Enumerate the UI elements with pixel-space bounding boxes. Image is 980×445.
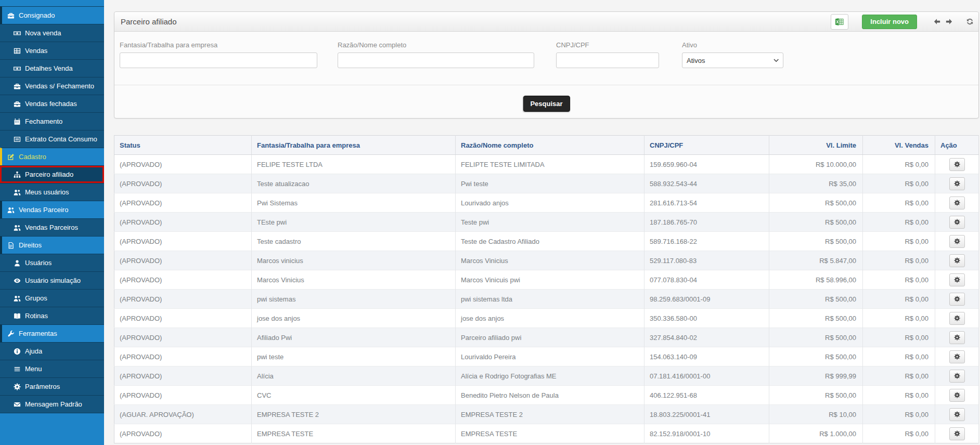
razao-input[interactable] — [338, 53, 534, 68]
cell-vl-limite: R$ 500,00 — [769, 290, 863, 309]
cell-cnpj: 281.616.713-54 — [644, 193, 769, 213]
cell-status: (APROVADO) — [114, 193, 252, 213]
cell-vl-vendas: R$ 0,00 — [863, 367, 935, 386]
sidebar-item-extrato-conta-consumo[interactable]: Extrato Conta Consumo — [0, 130, 104, 148]
cell-fantasia: Marcos vinicius — [252, 251, 456, 270]
cell-status: (APROVADO) — [114, 270, 252, 290]
cell-vl-limite: R$ 5.847,00 — [769, 251, 863, 270]
cell-cnpj: 327.854.840-02 — [644, 328, 769, 347]
gear-icon — [954, 354, 960, 360]
cell-status: (APROVADO) — [114, 347, 252, 367]
cell-cnpj: 187.186.765-70 — [644, 213, 769, 232]
gear-icon — [954, 200, 960, 206]
cell-vl-limite: R$ 500,00 — [769, 328, 863, 347]
cell-vl-vendas: R$ 0,00 — [863, 174, 935, 193]
sidebar-item-meus-usuarios[interactable]: Meus usuários — [0, 183, 104, 201]
sidebar-item-detalhes-venda[interactable]: Detalhes Venda — [0, 59, 104, 77]
row-actions-button[interactable] — [949, 216, 965, 229]
cnpj-input[interactable] — [556, 53, 659, 68]
cell-vl-vendas: R$ 0,00 — [863, 347, 935, 367]
gear-icon — [954, 180, 960, 187]
table-row: (APROVADO) Marcos vinicius Marcos Vinici… — [114, 251, 979, 270]
panel-heading: Parceiro afiliado Incluir novo — [114, 12, 978, 32]
sidebar-item-menu[interactable]: Menu — [0, 360, 104, 377]
cell-cnpj: 350.336.580-00 — [644, 309, 769, 328]
sidebar-item-parceiro-afiliado[interactable]: Parceiro afiliado — [0, 165, 104, 183]
arrow-left-icon[interactable] — [932, 18, 942, 25]
cell-fantasia: EMPRESA TESTE — [252, 424, 456, 443]
sidebar-item-vendas-fechadas[interactable]: Vendas fechadas — [0, 95, 104, 112]
sidebar-item-direitos[interactable]: Direitos — [0, 236, 104, 254]
row-actions-button[interactable] — [949, 235, 965, 248]
cell-acao — [935, 386, 979, 405]
row-actions-button[interactable] — [949, 177, 965, 190]
refresh-icon[interactable] — [966, 18, 974, 25]
ativo-select[interactable]: Ativos — [682, 53, 783, 68]
row-actions-button[interactable] — [949, 389, 965, 402]
users-icon — [14, 295, 21, 302]
cell-vl-vendas: R$ 0,00 — [863, 193, 935, 213]
sidebar-item-parametros[interactable]: Parâmetros — [0, 377, 104, 395]
incluir-novo-button[interactable]: Incluir novo — [862, 15, 917, 29]
sidebar-item-fechamento[interactable]: Fechamento — [0, 112, 104, 130]
sidebar-item-vendas-parceiros[interactable]: Vendas Parceiros — [0, 218, 104, 236]
sidebar-item-cadastro[interactable]: Cadastro — [0, 148, 104, 165]
column-header-status: Status — [114, 136, 252, 155]
sidebar-item-grupos[interactable]: Grupos — [0, 289, 104, 307]
row-actions-button[interactable] — [949, 254, 965, 267]
money-icon — [14, 65, 21, 72]
field-razao: Razão/Nome completo — [338, 41, 534, 68]
table-row: (APROVADO) Afiliado Pwi Parceiro afiliad… — [114, 328, 979, 347]
row-actions-button[interactable] — [949, 350, 965, 363]
sidebar-item-consignado[interactable]: Consignado — [0, 6, 104, 24]
export-excel-button[interactable] — [831, 14, 848, 30]
row-actions-button[interactable] — [949, 293, 965, 306]
cell-vl-limite: R$ 10.000,00 — [769, 155, 863, 174]
row-actions-button[interactable] — [949, 197, 965, 210]
sidebar-item-vendas[interactable]: Vendas — [0, 42, 104, 59]
sidebar-item-mensagem-padrao[interactable]: Mensagem Padrão — [0, 395, 104, 413]
cell-vl-limite: R$ 500,00 — [769, 347, 863, 367]
row-actions-button[interactable] — [949, 408, 965, 421]
gear-icon — [954, 238, 960, 244]
cell-cnpj: 154.063.140-09 — [644, 347, 769, 367]
cell-cnpj: 077.078.830-04 — [644, 270, 769, 290]
gear-icon — [954, 411, 960, 417]
briefcase-icon — [7, 12, 15, 19]
sidebar-item-ajuda[interactable]: Ajuda — [0, 342, 104, 360]
sidebar-item-ferramentas[interactable]: Ferramentas — [0, 324, 104, 342]
table-row: (APROVADO) Teste cadastro Teste de Cadas… — [114, 232, 979, 251]
arrow-right-icon[interactable] — [944, 18, 953, 25]
cell-razao: pwi sistemas ltda — [456, 290, 644, 309]
pesquisar-button[interactable]: Pesquisar — [523, 96, 570, 112]
sidebar-item-usuarios[interactable]: Usuários — [0, 254, 104, 271]
cell-vl-limite: R$ 500,00 — [769, 213, 863, 232]
row-actions-button[interactable] — [949, 312, 965, 325]
row-actions-button[interactable] — [949, 427, 965, 440]
cnpj-label: CNPJ/CPF — [556, 41, 659, 49]
sidebar-item-vendas-parceiro[interactable]: Vendas Parceiro — [0, 201, 104, 218]
row-actions-button[interactable] — [949, 331, 965, 344]
row-actions-button[interactable] — [949, 370, 965, 383]
cell-fantasia: Afiliado Pwi — [252, 328, 456, 347]
cell-razao: Parceiro afiliado pwi — [456, 328, 644, 347]
sidebar-item-nova-venda[interactable]: Nova venda — [0, 24, 104, 42]
sitemap-icon — [14, 171, 21, 178]
table-row: (APROVADO) Alícia Alícia e Rodrigo Fotog… — [114, 367, 979, 386]
sidebar-item-usuario-simulacao[interactable]: Usuário simulação — [0, 271, 104, 289]
sidebar-item-vendas-s-fechamento[interactable]: Vendas s/ Fechamento — [0, 77, 104, 95]
cell-vl-limite: R$ 999,99 — [769, 367, 863, 386]
cell-status: (APROVADO) — [114, 251, 252, 270]
cell-vl-vendas: R$ 0,00 — [863, 328, 935, 347]
cell-vl-limite: R$ 500,00 — [769, 193, 863, 213]
cell-vl-vendas: R$ 0,00 — [863, 290, 935, 309]
row-actions-button[interactable] — [949, 273, 965, 286]
row-actions-button[interactable] — [949, 158, 965, 171]
gear-icon — [954, 334, 960, 341]
cell-status: (APROVADO) — [114, 367, 252, 386]
sidebar-item-rotinas[interactable]: Rotinas — [0, 307, 104, 324]
fantasia-input[interactable] — [120, 53, 317, 68]
list-icon — [14, 136, 21, 143]
users-icon — [14, 189, 21, 196]
column-header-vl-limite: Vl. Limite — [769, 136, 863, 155]
